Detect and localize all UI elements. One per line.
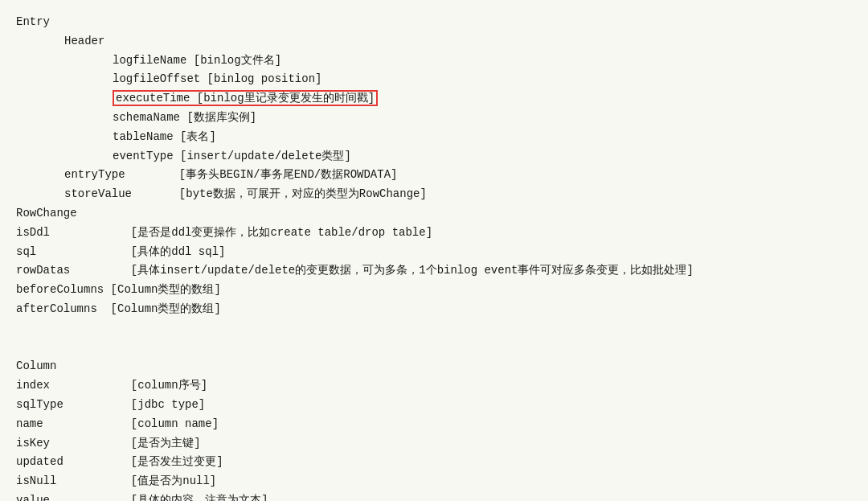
line-eventtype: eventType [insert/update/delete类型] [16,147,852,166]
code-container: Entry Header logfileName [binlog文件名] log… [0,0,868,501]
line-sqltype: sqlType [jdbc type] [16,396,852,415]
line-tablename: tableName [表名] [16,128,852,147]
line-updated: updated [是否发生过变更] [16,453,852,472]
line-schemaname: schemaName [数据库实例] [16,109,852,128]
line-rowchange: RowChange [16,204,852,224]
executetime-highlight: executeTime [binlog里记录变更发生的时间戳] [113,90,378,106]
line-logfilename: logfileName [binlog文件名] [16,51,852,71]
line-isnull: isNull [值是否为null] [16,472,852,491]
line-entrytype: entryType [事务头BEGIN/事务尾END/数据ROWDATA] [16,166,852,185]
line-blank2 [16,339,852,358]
line-aftercolumns: afterColumns [Column类型的数组] [16,300,852,319]
line-iskey: isKey [是否为主键] [16,434,852,454]
line-blank1 [16,319,852,339]
line-name: name [column name] [16,415,852,434]
line-sql: sql [具体的ddl sql] [16,243,852,262]
line-logfileoffset: logfileOffset [binlog position] [16,70,852,89]
line-isddl: isDdl [是否是ddl变更操作，比如create table/drop ta… [16,224,852,243]
line-rowdatas: rowDatas [具体insert/update/delete的变更数据，可为… [16,261,852,281]
line-beforecolumns: beforeColumns [Column类型的数组] [16,281,852,300]
line-header: Header [16,32,852,51]
line-column: Column [16,357,852,376]
line-index: index [column序号] [16,376,852,396]
line-storevalue: storeValue [byte数据，可展开，对应的类型为RowChange] [16,185,852,204]
line-value: value [具体的内容，注意为文本] [16,491,852,501]
line-entry: Entry [16,13,852,32]
line-executetime: executeTime [binlog里记录变更发生的时间戳] [16,89,852,109]
